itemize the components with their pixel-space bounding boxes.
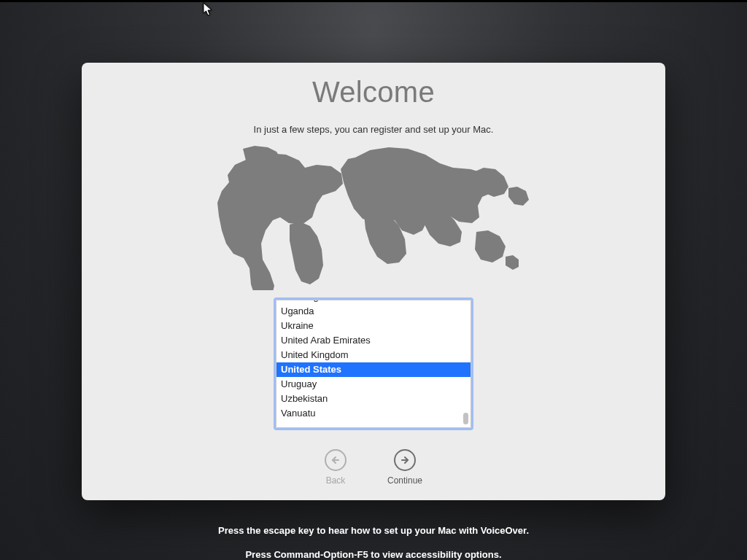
- world-map-icon: [202, 144, 545, 290]
- country-option[interactable]: United Kingdom: [276, 348, 471, 362]
- country-option[interactable]: Uganda: [276, 304, 471, 319]
- continue-button[interactable]: Continue: [387, 449, 422, 486]
- arrow-left-icon: [325, 449, 347, 471]
- country-option[interactable]: Uruguay: [276, 377, 471, 392]
- country-option[interactable]: Ukraine: [276, 319, 471, 333]
- back-label: Back: [326, 475, 346, 486]
- country-option[interactable]: United Arab Emirates: [276, 333, 471, 348]
- page-subtitle: In just a few steps, you can register an…: [82, 124, 665, 135]
- country-option[interactable]: Uzbekistan: [276, 392, 471, 406]
- continue-label: Continue: [387, 475, 422, 486]
- setup-assistant-window: Welcome In just a few steps, you can reg…: [82, 63, 665, 500]
- desktop: Welcome In just a few steps, you can reg…: [0, 2, 747, 560]
- accessibility-hint: Press Command-Option-F5 to view accessib…: [0, 549, 747, 560]
- arrow-right-icon: [394, 449, 416, 471]
- country-listbox[interactable]: U.S. Virgin IslandsUgandaUkraineUnited A…: [276, 300, 471, 428]
- country-option[interactable]: United States: [276, 362, 471, 377]
- scrollbar-knob[interactable]: [463, 413, 468, 424]
- back-button: Back: [325, 449, 347, 486]
- page-title: Welcome: [82, 76, 665, 109]
- voiceover-hint: Press the escape key to hear how to set …: [0, 525, 747, 536]
- country-option[interactable]: Vanuatu: [276, 406, 471, 421]
- nav-row: Back Continue: [82, 449, 665, 486]
- mouse-cursor: [203, 2, 213, 17]
